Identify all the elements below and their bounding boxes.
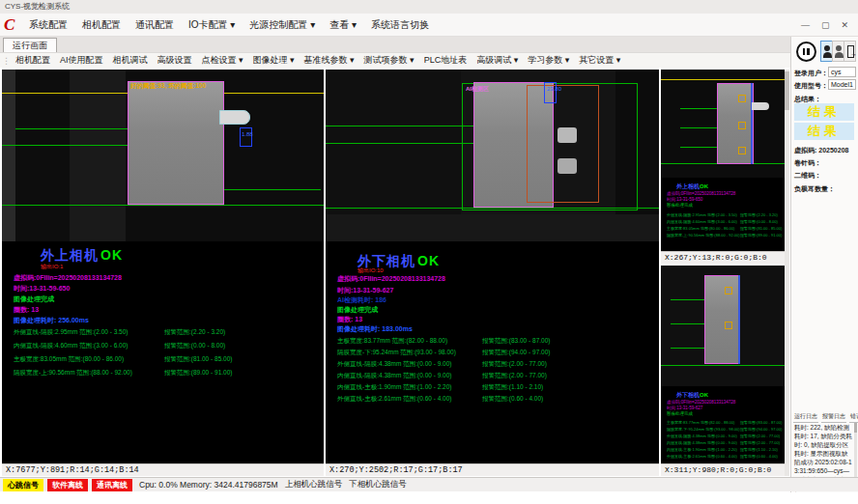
toolbar-button[interactable]: 测试项参数 ▾	[364, 54, 415, 67]
camera-result: OK	[700, 392, 708, 398]
toolbar: ⋮ 相机配置 AI使用配置 相机调试 高级设置 点检设置 ▾ 图像处理 ▾ 基准…	[0, 52, 790, 68]
menu-item[interactable]: 查看 ▾	[329, 18, 357, 32]
measurement-value: 隔膜宽度-上:90.56mm 范围:(88.00 - 92.00)	[14, 369, 132, 378]
toolbar-button[interactable]: AI使用配置	[60, 54, 103, 67]
mini-done: 图像处理完成	[667, 203, 693, 208]
maximize-button[interactable]: ▢	[821, 20, 830, 30]
tab-run-screen[interactable]: 运行画面	[3, 38, 57, 52]
menu-item[interactable]: 通讯配置	[135, 18, 174, 32]
measurement-alarm: 报警范围:(2.00 - 77.00)	[740, 434, 780, 438]
measurement-value: 主极宽度:83.77mm 范围:(82.00 - 88.00)	[337, 337, 447, 346]
measurement-value: 外侧直线-隔膜:2.95mm 范围:(2.00 - 3.50)	[667, 212, 737, 217]
edge-marker	[738, 275, 740, 364]
bolt-highlight	[558, 127, 577, 143]
measurement-row: 主极宽度:83.05mm 范围:(80.00 - 86.00) 报警范围:(81…	[14, 355, 313, 369]
toolbar-button[interactable]: 基准线参数 ▾	[304, 54, 355, 67]
close-button[interactable]: ✕	[841, 20, 848, 30]
exit-button[interactable]: →	[844, 41, 856, 62]
scrollbar-thumb[interactable]	[854, 423, 857, 433]
log-scrollbar[interactable]	[854, 423, 857, 485]
menu-item[interactable]: 系统语言切换	[371, 18, 429, 32]
toolbar-button[interactable]: 学习参数 ▾	[528, 54, 569, 67]
measurement-value: 主极宽度:83.05mm 范围:(80.00 - 86.00)	[667, 226, 734, 231]
left-camera-image[interactable]: 好的阈值:93, 坏的阈值:100 1.88	[2, 70, 324, 241]
login-user-value[interactable]: cys	[828, 67, 856, 77]
mini-time: 时间:13-31-59-650	[667, 197, 702, 202]
user-icon	[823, 52, 832, 58]
measurement-row: 内侧直线-隔膜:4.38mm 范围:(0.00 - 9.00) 报警范围:(2.…	[667, 440, 781, 447]
toolbar-button[interactable]: 相机配置	[15, 54, 50, 67]
elapsed-line: 图像处理耗时: 183.00ms	[337, 324, 413, 334]
image-band	[2, 70, 15, 241]
toolbar-button[interactable]: 其它设置 ▾	[579, 54, 620, 67]
measurement-alarm: 报警范围:(89.00 - 91.00)	[740, 233, 782, 238]
measurement-alarm: 报警范围:(89.00 - 91.00)	[164, 369, 232, 378]
app-logo-icon: C	[4, 16, 23, 34]
overlay-line	[680, 127, 719, 128]
count-line: 圈数: 13	[337, 315, 362, 324]
scrollbar-thumb[interactable]	[785, 71, 789, 110]
result-box-lower: 结果	[794, 123, 854, 140]
middle-camera-image[interactable]: 23.80 AI检测区	[326, 70, 659, 241]
measurement-row: 外侧直线-主极:2.61mm 范围:(0.60 - 4.00) 报警范围:(0.…	[337, 395, 646, 406]
marker-box	[725, 287, 732, 294]
overlay-line	[326, 126, 473, 126]
status-badge: 软件离线	[47, 479, 88, 491]
left-camera-panel: 好的阈值:93, 坏的阈值:100 1.88 外上相机OK 输出IO:1 虚拟码…	[2, 70, 324, 476]
menu-item[interactable]: 系统配置	[29, 18, 68, 32]
mini-image[interactable]	[661, 70, 785, 178]
measurement-value: 外侧直线-隔膜:2.95mm 范围:(2.00 - 3.50)	[14, 328, 128, 337]
mini-measurement-list: 外侧直线-隔膜:2.95mm 范围:(2.00 - 3.50) 报警范围:(2.…	[667, 212, 781, 239]
measurement-row: 外侧直线-隔膜:4.38mm 范围:(0.00 - 9.00) 报警范围:(2.…	[667, 434, 781, 440]
measurement-value: 外侧直线-隔膜:4.38mm 范围:(0.00 - 9.00)	[667, 434, 737, 438]
measurement-alarm: 报警范围:(83.00 - 87.00)	[740, 420, 782, 425]
time-line: 时间:13-31-59-627	[337, 286, 393, 295]
minimize-button[interactable]: —	[801, 20, 810, 30]
toolbar-button[interactable]: 高级调试 ▾	[476, 54, 518, 67]
vertical-scrollbar[interactable]	[785, 70, 789, 476]
overlay-line	[671, 299, 704, 300]
overlay-line	[661, 365, 785, 366]
measurement-alarm: 报警范围:(0.00 - 8.00)	[164, 342, 225, 350]
pause-button[interactable]	[796, 42, 816, 62]
log-tabs: 运行日志 报警日志 错误日志	[793, 411, 857, 423]
measurement-row: 外侧直线-主极:2.61mm 范围:(0.60 - 4.00) 报警范围:(0.…	[667, 454, 781, 461]
process-done-line: 图像处理完成	[337, 305, 378, 315]
mini-image[interactable]	[661, 266, 785, 386]
model-value[interactable]: Model1	[828, 79, 856, 90]
menu-item[interactable]: IO卡配置 ▾	[188, 18, 235, 32]
measurement-value: 内侧直线-隔膜:4.60mm 范围:(3.00 - 6.00)	[14, 342, 128, 350]
image-band	[326, 214, 659, 241]
ai-region-overlay-text: AI检测区	[466, 85, 489, 94]
toolbar-button[interactable]: 点检设置 ▾	[202, 54, 243, 67]
upper-camera-heartbeat: 上相机心跳信号	[285, 479, 343, 490]
marker-box	[725, 322, 732, 329]
pin-code-label: 卷针码：	[794, 158, 821, 168]
toolbar-button[interactable]: PLC地址表	[424, 54, 468, 67]
menu-item[interactable]: 光源控制配置 ▾	[249, 18, 315, 32]
login-user-label: 登录用户：	[794, 69, 828, 78]
toolbar-button[interactable]: 图像处理 ▾	[253, 54, 295, 67]
measurement-alarm: 报警范围:(81.00 - 85.00)	[164, 355, 232, 364]
measurement-value: 内侧直线-隔膜:4.38mm 范围:(0.00 - 9.00)	[337, 372, 451, 380]
measurement-row: 内侧直线-主极:1.90mm 范围:(1.00 - 2.20) 报警范围:(1.…	[667, 447, 781, 454]
qr-code-label: 二维码：	[794, 171, 821, 181]
log-tab[interactable]: 错误日志	[849, 411, 858, 423]
measurement-value: 内侧直线-主极:1.90mm 范围:(1.00 - 2.20)	[667, 447, 737, 452]
threshold-overlay-text: 好的阈值:93, 坏的阈值:100	[130, 82, 206, 91]
log-tab[interactable]: 运行日志	[793, 411, 818, 423]
elapsed-line: 图像处理耗时: 256.00ms	[14, 316, 89, 325]
io-line: 输出IO:1	[41, 263, 63, 271]
log-tab[interactable]: 报警日志	[821, 411, 846, 423]
toolbar-button[interactable]: 高级设置	[157, 54, 192, 67]
toolbar-grip-icon[interactable]: ⋮	[2, 56, 11, 66]
marker-box	[738, 147, 746, 154]
menu-item[interactable]: 相机配置	[82, 18, 121, 32]
status-bar: 心跳信号 软件离线 通讯离线 Cpu: 0.0% Memory: 3424.41…	[0, 477, 858, 491]
measurement-value: 主极宽度:83.77mm 范围:(82.00 - 88.00)	[667, 420, 734, 425]
measurement-row: 主极宽度:83.77mm 范围:(82.00 - 88.00) 报警范围:(83…	[337, 337, 646, 349]
barcode-line: 虚拟码:0FIIin=20250208133134728	[14, 273, 122, 283]
pixel-status-bar: X:267;Y:13;R:0;G:0;B:0	[661, 251, 785, 264]
status-badge: 通讯离线	[92, 479, 132, 491]
toolbar-button[interactable]: 相机调试	[113, 54, 148, 67]
